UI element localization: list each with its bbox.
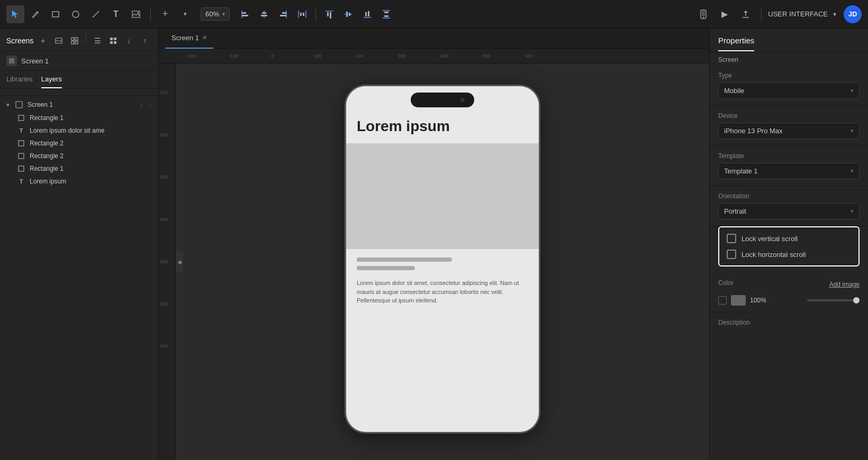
screen-1-canvas-tab[interactable]: Screen 1 ✕ [165,29,213,49]
screen-1-thumbnail [6,56,17,66]
layer-label-text2: Lorem ipsum [30,178,66,185]
toolbar-right: ▶ USER INTERFACE ▾ JD [694,5,862,23]
screen-1-item[interactable]: Screen 1 [0,51,158,70]
tab-layers[interactable]: Layers [41,75,62,88]
zoom-value: 60% [205,10,219,18]
layer-group-arrow: ▼ [5,102,11,108]
svg-rect-40 [75,38,78,40]
ruler-v-tick-100: 100 [160,90,168,95]
ruler-v-tick-400: 400 [160,217,168,222]
zoom-control[interactable]: 60% ▾ [201,7,230,21]
layer-rectangle-1[interactable]: Rectangle 1 [0,112,158,124]
align-middle-v-btn[interactable] [339,5,357,23]
color-section: Color Add image 100% [710,273,868,312]
image-tool[interactable] [127,5,145,23]
ruler-h-tick-600: 600 [525,53,533,59]
rect-icon-2b [17,152,25,160]
list-view-btn[interactable]: ☰ [91,34,104,48]
orientation-dropdown[interactable]: Portrait ▾ [718,203,860,219]
align-left-edges-btn[interactable] [236,5,254,23]
line-tool[interactable] [87,5,105,23]
canvas-viewport[interactable]: ◀ Lorem ipsum [176,63,709,460]
text-tool[interactable]: T [107,5,125,23]
grid-view-btn[interactable] [106,34,120,48]
lock-vertical-scroll-checkbox[interactable] [727,234,736,243]
layer-rectangle-2a[interactable]: Rectangle 2 [0,137,158,150]
layer-label-rect2a: Rectangle 2 [30,140,64,147]
layer-sort-up-btn[interactable]: ↑ [147,101,153,108]
layer-label-rect1: Rectangle 1 [30,114,64,122]
canvas-tab-close[interactable]: ✕ [202,34,207,41]
align-center-h-btn[interactable] [255,5,273,23]
align-right-edges-btn[interactable] [274,5,292,23]
device-label: Device [718,112,860,119]
distribute-h-btn[interactable] [293,5,311,23]
svg-rect-17 [303,13,304,16]
lock-vertical-scroll-row[interactable]: Lock vertical scroll [727,234,851,243]
add-image-screen-btn[interactable] [52,34,66,48]
add-component-screen-btn[interactable] [68,34,82,48]
ruler-h-tick-0: 0 [271,53,274,59]
ui-dropdown-btn[interactable]: ▾ [833,11,836,18]
device-section: Device iPhone 13 Pro Max ▾ [710,106,868,146]
opacity-slider[interactable] [807,299,860,301]
screen-1-label: Screen 1 [21,57,49,65]
svg-rect-45 [110,41,113,44]
play-btn[interactable]: ▶ [716,5,734,23]
export-btn[interactable] [737,5,755,23]
layer-lorem-ipsum[interactable]: T Lorem ipsum [0,175,158,188]
ruler-vertical: 100 200 300 400 500 600 700 [159,63,176,460]
more-tools-btn[interactable]: ▾ [176,5,194,23]
lock-horizontal-scroll-row[interactable]: Lock horizontal scroll [727,250,851,259]
add-screen-btn[interactable]: + [36,34,50,48]
screen-1-layer-label: Screen 1 [28,101,53,108]
color-checkbox[interactable] [718,296,727,305]
svg-rect-51 [19,153,24,159]
zoom-dropdown-icon: ▾ [222,11,225,17]
align-top-edges-btn[interactable] [320,5,338,23]
circle-tool[interactable] [67,5,85,23]
sort-down-btn[interactable]: ↓ [122,34,136,48]
template-dropdown[interactable]: Template 1 ▾ [718,163,860,179]
svg-rect-2 [52,12,59,17]
rectangle-tool[interactable] [47,5,65,23]
layer-rectangle-1b[interactable]: Rectangle 1 [0,162,158,175]
properties-title: Properties [718,36,754,51]
type-dropdown[interactable]: Mobile ▾ [718,82,860,99]
pen-tool[interactable] [26,5,44,23]
lock-horizontal-scroll-checkbox[interactable] [727,250,736,259]
device-dropdown[interactable]: iPhone 13 Pro Max ▾ [718,123,860,139]
ruler-h-tick-200: 200 [356,53,364,59]
svg-rect-49 [19,115,24,121]
svg-rect-52 [19,166,24,171]
align-bottom-edges-btn[interactable] [358,5,376,23]
color-swatch[interactable] [731,295,746,306]
phone-body-area: Lorem ipsum dolor sit amet, consectetur … [346,249,539,314]
phone-body-text: Lorem ipsum dolor sit amet, consectetur … [357,279,528,305]
screens-header: Screens + ☰ ↓ ↑ [0,29,158,51]
lock-vertical-scroll-label: Lock vertical scroll [742,235,798,243]
add-image-btn[interactable]: Add image [829,281,860,288]
template-chevron-icon: ▾ [851,168,854,174]
canvas-body: 100 200 300 400 500 600 700 ◀ [159,63,709,460]
layer-sort-down-btn[interactable]: ↓ [138,101,144,108]
tab-libraries[interactable]: Libraries [6,75,33,88]
description-label: Description [718,319,860,326]
right-panel-header: Properties [710,29,868,52]
layer-lorem-ipsum-dolor[interactable]: T Lorem ipsum dolor sit ame [0,124,158,137]
screen-1-layer-group[interactable]: ▼ Screen 1 ↓ ↑ [0,98,158,112]
ui-label-text: USER INTERFACE [768,10,828,18]
layer-label-rect2b: Rectangle 2 [30,152,64,160]
screens-title: Screens [6,36,33,45]
align-left-dist-btn[interactable] [377,5,395,23]
add-component-btn[interactable]: + [156,5,174,23]
device-preview-btn[interactable] [694,5,712,23]
sort-up-btn[interactable]: ↑ [138,34,152,48]
layer-label-rect1b: Rectangle 1 [30,165,64,172]
select-tool[interactable] [6,5,24,23]
collapse-left-panel-btn[interactable]: ◀ [176,251,183,272]
layers-toolbar [0,89,158,96]
phone-camera [460,98,465,102]
layer-rectangle-2b[interactable]: Rectangle 2 [0,150,158,162]
ruler-horizontal: -200 -100 0 100 200 300 400 500 600 [159,49,709,63]
